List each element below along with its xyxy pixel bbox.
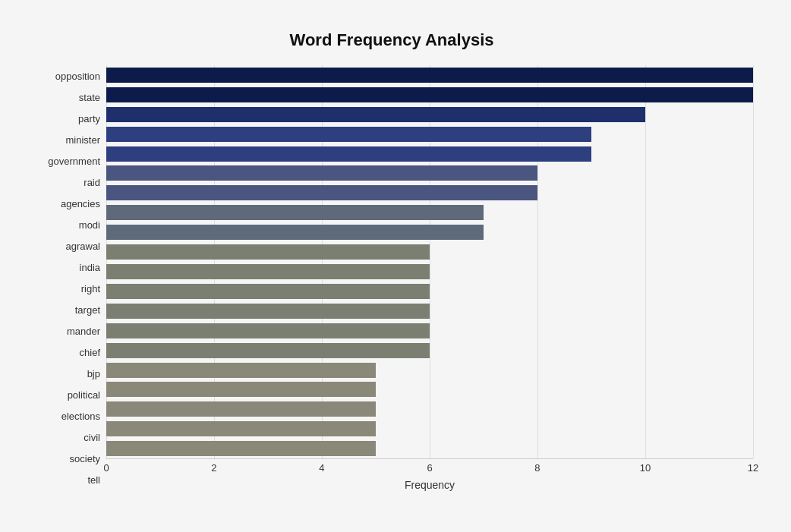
x-tick-label: 6: [427, 462, 432, 474]
chart-title: Word Frequency Analysis: [30, 30, 753, 50]
bar: [106, 304, 430, 319]
bar: [106, 363, 376, 378]
bar-row: [106, 183, 753, 203]
bars-and-grid: 024681012 Frequency: [106, 65, 753, 491]
chart-container: Word Frequency Analysis oppositionstatep…: [15, 15, 776, 532]
y-label: political: [68, 385, 100, 406]
x-axis-labels: 024681012: [106, 462, 753, 477]
bar: [106, 343, 430, 358]
y-label: state: [79, 87, 100, 108]
bar: [106, 127, 591, 142]
bar: [106, 146, 591, 162]
x-tick-label: 4: [319, 462, 324, 474]
bar: [106, 87, 753, 102]
y-label: government: [48, 150, 100, 172]
bar: [106, 441, 376, 456]
x-tick-label: 12: [748, 462, 758, 474]
bar-row: [106, 341, 753, 360]
y-label: agrawal: [65, 235, 100, 257]
bar: [106, 205, 484, 220]
y-label: bjp: [87, 364, 100, 385]
y-label: india: [80, 257, 100, 278]
bar-row: [106, 65, 753, 85]
y-label: elections: [61, 406, 100, 427]
x-tick-label: 10: [640, 462, 651, 474]
bar: [106, 68, 753, 83]
x-tick-label: 0: [103, 462, 109, 474]
grid-line: [753, 65, 754, 458]
bar-row: [106, 301, 753, 321]
bar-row: [106, 203, 753, 222]
y-label: society: [70, 449, 100, 470]
bar: [106, 382, 376, 397]
y-label: agencies: [61, 193, 100, 214]
chart-area: oppositionstatepartyministergovernmentra…: [30, 65, 753, 491]
bar: [106, 323, 430, 338]
bar-row: [106, 262, 753, 282]
y-label: target: [75, 300, 100, 321]
bars-column: [106, 65, 753, 458]
bar-row: [106, 222, 753, 242]
bar-row: [106, 105, 753, 124]
bar-row: [106, 360, 753, 380]
bar-row: [106, 144, 753, 164]
y-label: party: [78, 108, 100, 129]
y-label: right: [81, 278, 100, 299]
bar: [106, 401, 376, 417]
bar-row: [106, 85, 753, 105]
bar-row: [106, 321, 753, 341]
x-tick-label: 2: [211, 462, 216, 474]
bar: [106, 284, 430, 299]
bar: [106, 244, 430, 260]
grid-and-bars: [106, 65, 753, 459]
y-label: minister: [65, 129, 100, 150]
bar-row: [106, 419, 753, 439]
y-label: civil: [84, 427, 100, 449]
y-label: opposition: [55, 65, 100, 87]
bar: [106, 264, 430, 279]
bar: [106, 421, 376, 436]
bar-row: [106, 399, 753, 419]
bar: [106, 107, 645, 122]
bar-row: [106, 124, 753, 144]
x-tick-label: 8: [534, 462, 540, 474]
bar-row: [106, 242, 753, 262]
bar-row: [106, 164, 753, 184]
bar-row: [106, 380, 753, 400]
bar: [106, 165, 537, 181]
y-label: modi: [79, 214, 100, 235]
bar: [106, 225, 484, 240]
x-axis-title: Frequency: [106, 479, 753, 491]
bar-row: [106, 282, 753, 301]
bar: [106, 185, 537, 200]
y-label: tell: [87, 470, 100, 491]
y-label: raid: [84, 172, 100, 193]
y-label: chief: [80, 342, 100, 364]
y-axis-labels: oppositionstatepartyministergovernmentra…: [30, 65, 106, 491]
y-label: mander: [67, 321, 100, 342]
bar-row: [106, 439, 753, 458]
